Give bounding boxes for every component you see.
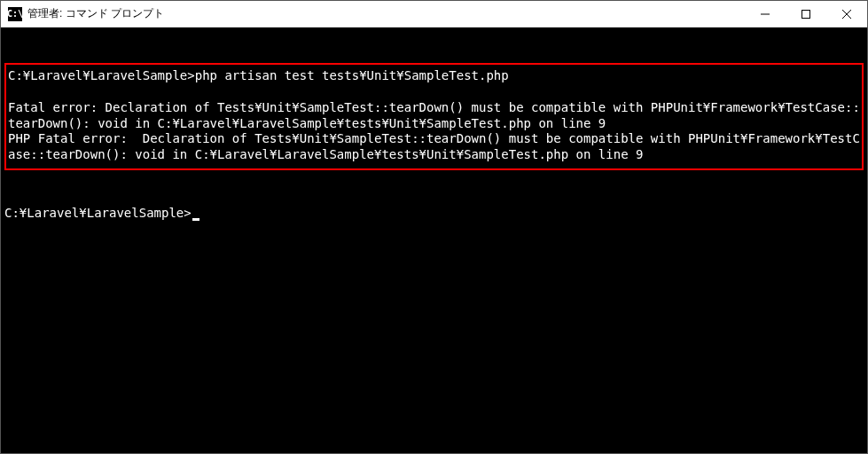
- maximize-button[interactable]: [786, 1, 826, 27]
- close-button[interactable]: [826, 1, 867, 27]
- error-line-2: PHP Fatal error: Declaration of Tests¥Un…: [8, 131, 860, 163]
- svg-rect-1: [802, 10, 810, 18]
- cursor: [192, 218, 199, 221]
- window-title: 管理者: コマンド プロンプト: [27, 6, 745, 21]
- cmd-icon: C:\: [8, 7, 22, 21]
- highlighted-region: C:¥Laravel¥LaravelSample>php artisan tes…: [4, 63, 864, 170]
- error-line-1: Fatal error: Declaration of Tests¥Unit¥S…: [8, 100, 860, 132]
- prompt-text: C:¥Laravel¥LaravelSample>: [4, 206, 192, 220]
- titlebar[interactable]: C:\ 管理者: コマンド プロンプト: [1, 1, 867, 27]
- prompt-line: C:¥Laravel¥LaravelSample>: [3, 206, 865, 222]
- command-line: C:¥Laravel¥LaravelSample>php artisan tes…: [8, 68, 860, 84]
- blank-line: [8, 84, 860, 100]
- window-controls: [745, 1, 867, 27]
- terminal-output[interactable]: C:¥Laravel¥LaravelSample>php artisan tes…: [1, 27, 867, 453]
- minimize-button[interactable]: [745, 1, 786, 27]
- command-prompt-window: C:\ 管理者: コマンド プロンプト C:¥Laravel¥LaravelSa…: [0, 0, 868, 454]
